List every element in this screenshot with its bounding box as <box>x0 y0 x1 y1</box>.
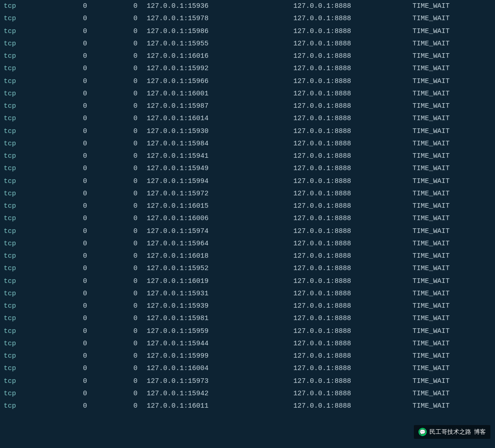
state-cell: TIME_WAIT <box>385 26 458 37</box>
proto-cell: tcp <box>0 176 37 187</box>
send-cell: 0 <box>96 126 147 137</box>
proto-cell: tcp <box>0 213 37 224</box>
foreign-address-cell: 127.0.0.1:8888 <box>266 63 385 74</box>
send-cell: 0 <box>96 151 147 161</box>
state-cell: TIME_WAIT <box>385 401 458 411</box>
table-row: tcp 0 0 127.0.0.1:15972 127.0.0.1:8888 T… <box>0 188 495 200</box>
state-cell: TIME_WAIT <box>385 338 458 349</box>
foreign-address-cell: 127.0.0.1:8888 <box>266 401 385 411</box>
proto-cell: tcp <box>0 113 37 124</box>
recv-cell: 0 <box>37 126 96 137</box>
local-address-cell: 127.0.0.1:15981 <box>147 313 266 324</box>
send-cell: 0 <box>96 213 147 224</box>
local-address-cell: 127.0.0.1:15972 <box>147 188 266 199</box>
send-cell: 0 <box>96 201 147 211</box>
state-cell: TIME_WAIT <box>385 213 458 224</box>
table-row: tcp 0 0 127.0.0.1:15959 127.0.0.1:8888 T… <box>0 325 495 337</box>
recv-cell: 0 <box>37 163 96 174</box>
recv-cell: 0 <box>37 63 96 74</box>
recv-cell: 0 <box>37 213 96 224</box>
local-address-cell: 127.0.0.1:15930 <box>147 126 266 137</box>
recv-cell: 0 <box>37 376 96 387</box>
wechat-icon: 💬 <box>418 428 427 436</box>
local-address-cell: 127.0.0.1:15931 <box>147 288 266 299</box>
recv-cell: 0 <box>37 51 96 61</box>
recv-cell: 0 <box>37 288 96 299</box>
recv-cell: 0 <box>37 301 96 311</box>
local-address-cell: 127.0.0.1:15964 <box>147 238 266 249</box>
table-row: tcp 0 0 127.0.0.1:16016 127.0.0.1:8888 T… <box>0 50 495 62</box>
table-row: tcp 0 0 127.0.0.1:15994 127.0.0.1:8888 T… <box>0 175 495 188</box>
local-address-cell: 127.0.0.1:16014 <box>147 113 266 124</box>
state-cell: TIME_WAIT <box>385 238 458 249</box>
proto-cell: tcp <box>0 238 37 249</box>
state-cell: TIME_WAIT <box>385 363 458 374</box>
table-row: tcp 0 0 127.0.0.1:16019 127.0.0.1:8888 T… <box>0 275 495 288</box>
local-address-cell: 127.0.0.1:16018 <box>147 251 266 261</box>
send-cell: 0 <box>96 388 147 399</box>
foreign-address-cell: 127.0.0.1:8888 <box>266 176 385 187</box>
recv-cell: 0 <box>37 363 96 374</box>
foreign-address-cell: 127.0.0.1:8888 <box>266 126 385 137</box>
proto-cell: tcp <box>0 351 37 361</box>
recv-cell: 0 <box>37 251 96 261</box>
send-cell: 0 <box>96 326 147 337</box>
local-address-cell: 127.0.0.1:16016 <box>147 51 266 61</box>
state-cell: TIME_WAIT <box>385 288 458 299</box>
proto-cell: tcp <box>0 188 37 199</box>
foreign-address-cell: 127.0.0.1:8888 <box>266 88 385 99</box>
foreign-address-cell: 127.0.0.1:8888 <box>266 363 385 374</box>
state-cell: TIME_WAIT <box>385 313 458 324</box>
state-cell: TIME_WAIT <box>385 138 458 149</box>
send-cell: 0 <box>96 13 147 24</box>
recv-cell: 0 <box>37 39 96 49</box>
state-cell: TIME_WAIT <box>385 351 458 361</box>
foreign-address-cell: 127.0.0.1:8888 <box>266 238 385 249</box>
table-row: tcp 0 0 127.0.0.1:16011 127.0.0.1:8888 T… <box>0 400 495 412</box>
state-cell: TIME_WAIT <box>385 176 458 187</box>
send-cell: 0 <box>96 138 147 149</box>
foreign-address-cell: 127.0.0.1:8888 <box>266 39 385 49</box>
state-cell: TIME_WAIT <box>385 376 458 387</box>
local-address-cell: 127.0.0.1:15986 <box>147 26 266 37</box>
send-cell: 0 <box>96 39 147 49</box>
local-address-cell: 127.0.0.1:15939 <box>147 301 266 311</box>
watermark-text: 民工哥技术之路 <box>429 428 471 436</box>
table-row: tcp 0 0 127.0.0.1:16006 127.0.0.1:8888 T… <box>0 212 495 225</box>
table-row: tcp 0 0 127.0.0.1:15936 127.0.0.1:8888 T… <box>0 0 495 12</box>
send-cell: 0 <box>96 163 147 174</box>
foreign-address-cell: 127.0.0.1:8888 <box>266 388 385 399</box>
send-cell: 0 <box>96 363 147 374</box>
send-cell: 0 <box>96 63 147 74</box>
recv-cell: 0 <box>37 138 96 149</box>
watermark: 💬 民工哥技术之路 博客 <box>414 425 490 439</box>
local-address-cell: 127.0.0.1:15974 <box>147 226 266 237</box>
local-address-cell: 127.0.0.1:15987 <box>147 101 266 111</box>
proto-cell: tcp <box>0 276 37 287</box>
table-row: tcp 0 0 127.0.0.1:15984 127.0.0.1:8888 T… <box>0 138 495 150</box>
recv-cell: 0 <box>37 176 96 187</box>
state-cell: TIME_WAIT <box>385 113 458 124</box>
table-row: tcp 0 0 127.0.0.1:16015 127.0.0.1:8888 T… <box>0 200 495 212</box>
recv-cell: 0 <box>37 188 96 199</box>
proto-cell: tcp <box>0 76 37 87</box>
send-cell: 0 <box>96 401 147 411</box>
send-cell: 0 <box>96 76 147 87</box>
send-cell: 0 <box>96 351 147 361</box>
send-cell: 0 <box>96 313 147 324</box>
proto-cell: tcp <box>0 51 37 61</box>
table-row: tcp 0 0 127.0.0.1:15999 127.0.0.1:8888 T… <box>0 350 495 362</box>
recv-cell: 0 <box>37 276 96 287</box>
state-cell: TIME_WAIT <box>385 188 458 199</box>
foreign-address-cell: 127.0.0.1:8888 <box>266 301 385 311</box>
recv-cell: 0 <box>37 226 96 237</box>
local-address-cell: 127.0.0.1:15984 <box>147 138 266 149</box>
send-cell: 0 <box>96 1 147 11</box>
proto-cell: tcp <box>0 201 37 211</box>
recv-cell: 0 <box>37 101 96 111</box>
local-address-cell: 127.0.0.1:15941 <box>147 151 266 161</box>
proto-cell: tcp <box>0 1 37 11</box>
recv-cell: 0 <box>37 76 96 87</box>
send-cell: 0 <box>96 51 147 61</box>
foreign-address-cell: 127.0.0.1:8888 <box>266 313 385 324</box>
